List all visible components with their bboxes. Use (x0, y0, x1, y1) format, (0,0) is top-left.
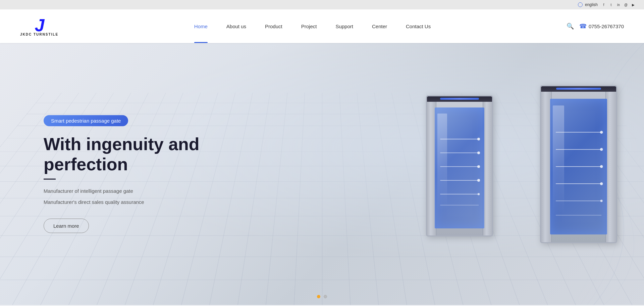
slide-dots (317, 295, 327, 298)
svg-point-5 (477, 165, 480, 168)
slide-dot-2[interactable] (324, 295, 327, 298)
svg-point-16 (600, 165, 603, 168)
gate-left-lines (435, 107, 484, 228)
svg-point-3 (477, 151, 480, 154)
gate-right-glass (550, 99, 607, 234)
globe-icon (578, 2, 583, 7)
social-icons-bar: f t in @ ▶ (601, 2, 636, 7)
nav-support[interactable]: Support (326, 9, 363, 43)
hero-title: With ingenuity and perfection (44, 134, 272, 175)
gate-right-lines (550, 99, 607, 234)
nav-contact[interactable]: Contact Us (396, 9, 440, 43)
nav-home[interactable]: Home (185, 9, 217, 43)
logo[interactable]: J JKDC TURNSTILE (20, 16, 58, 36)
facebook-icon[interactable]: f (601, 2, 606, 7)
phone-number: 0755-26767370 (589, 24, 624, 29)
gate-right-topbar (541, 86, 616, 92)
nav-product[interactable]: Product (256, 9, 292, 43)
hero-desc-line2: Manufacturer's direct sales quality assu… (44, 197, 272, 206)
learn-more-button[interactable]: Learn more (44, 218, 89, 233)
logo-subtitle: JKDC TURNSTILE (20, 33, 58, 36)
hero-image-area (409, 85, 644, 270)
svg-point-9 (478, 193, 480, 195)
gate-left-frame (426, 95, 493, 236)
gate-right (540, 85, 617, 243)
linkedin-icon[interactable]: in (616, 2, 621, 7)
header-right: 🔍 ☎ 0755-26767370 (567, 23, 624, 30)
nav-project[interactable]: Project (292, 9, 326, 43)
gate-left-glass (435, 107, 484, 228)
twitter-icon[interactable]: t (608, 2, 614, 7)
header: J JKDC TURNSTILE Home About us Product P… (0, 9, 644, 43)
search-icon[interactable]: 🔍 (567, 23, 574, 30)
svg-point-1 (477, 138, 480, 140)
svg-point-7 (477, 179, 480, 182)
phone-icon: ☎ (579, 23, 587, 30)
nav-about[interactable]: About us (217, 9, 256, 43)
language-label: english (585, 2, 598, 7)
hero-badge: Smart pedestrian passage gate (44, 115, 128, 126)
youtube-icon[interactable]: ▶ (631, 2, 636, 7)
top-bar: english f t in @ ▶ (0, 0, 644, 9)
instagram-icon[interactable]: @ (623, 2, 629, 7)
logo-letter: J (35, 16, 44, 34)
svg-point-18 (600, 182, 603, 185)
slide-dot-1[interactable] (317, 295, 320, 298)
language-selector[interactable]: english (578, 2, 598, 7)
svg-point-12 (600, 131, 603, 134)
gate-left (426, 95, 493, 236)
svg-point-20 (600, 200, 603, 202)
hero-divider (44, 178, 56, 179)
main-nav: Home About us Product Project Support Ce… (185, 9, 440, 43)
hero-content: Smart pedestrian passage gate With ingen… (44, 115, 272, 233)
svg-point-14 (600, 148, 603, 151)
hero-desc-line1: Manufacturer of intelligent passage gate (44, 186, 272, 195)
phone-section: ☎ 0755-26767370 (579, 23, 624, 30)
hero-section: Smart pedestrian passage gate With ingen… (0, 43, 644, 305)
gate-left-topbar (427, 96, 492, 102)
gate-right-frame (540, 85, 617, 243)
turnstile-gates (409, 85, 644, 270)
nav-center[interactable]: Center (363, 9, 396, 43)
